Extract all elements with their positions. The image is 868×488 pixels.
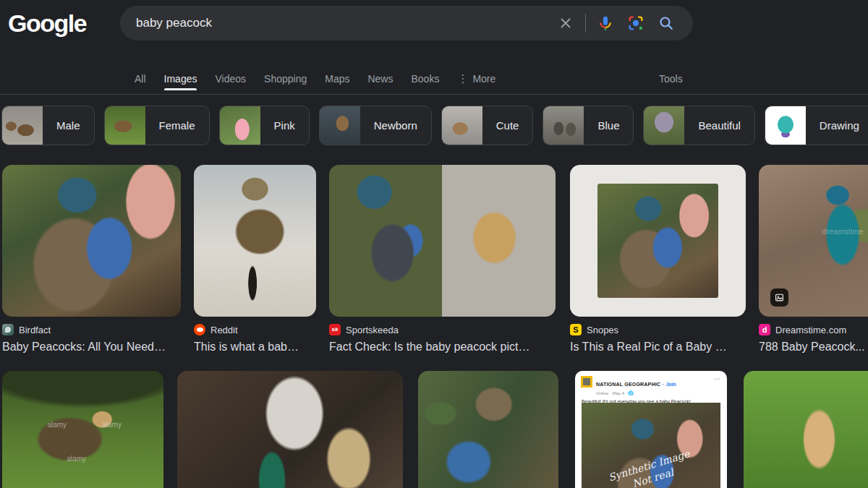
google-logo[interactable]: Google (8, 9, 86, 38)
lens-camera-icon[interactable] (621, 8, 651, 38)
result-card-sportskeeda: sk Sportskeeda Fact Check: Is the baby p… (329, 165, 556, 354)
result-image-reddit[interactable] (194, 165, 316, 317)
chip-male-thumbnail (2, 106, 43, 145)
result-card-birdfact: Birdfact Baby Peacocks: All You Need… (2, 165, 181, 354)
result-card-reddit: Reddit This is what a bab… (194, 165, 316, 354)
sportskeeda-favicon: sk (329, 324, 341, 335)
tab-all[interactable]: All (135, 64, 146, 94)
chip-blue-thumbnail (543, 106, 584, 145)
result-image-blue-chick[interactable] (418, 371, 558, 488)
tab-images[interactable]: Images (164, 64, 197, 94)
result-card-grass-chick (744, 371, 868, 488)
dreamstime-favicon: d (759, 324, 770, 335)
result-image-natgeo-post[interactable]: NATIONAL GEOGRAPHIC· Join Online · May 4… (575, 371, 727, 488)
result-image-dreamstime[interactable]: dreamstime (759, 165, 868, 317)
chip-female[interactable]: Female (104, 106, 210, 145)
search-bar-icons (550, 8, 693, 38)
natgeo-avatar (581, 376, 592, 388)
result-source[interactable]: S Snopes (570, 324, 746, 335)
result-title[interactable]: Is This a Real Pic of a Baby … (570, 341, 746, 354)
result-type-tabs: All Images Videos Shopping Maps News Boo… (135, 64, 495, 94)
chip-blue[interactable]: Blue (542, 106, 634, 145)
chip-beautiful[interactable]: Beautiful (643, 106, 754, 145)
result-card-alamy: alamy alamy alamy (2, 371, 163, 488)
tab-more[interactable]: ⋮ More (457, 64, 495, 94)
result-source[interactable]: d Dreamstime.com (759, 324, 868, 335)
chip-pink[interactable]: Pink (219, 106, 310, 145)
voice-search-icon[interactable] (590, 8, 621, 38)
chip-beautiful-thumbnail (644, 106, 684, 145)
birdfact-favicon (2, 324, 14, 335)
chip-cute[interactable]: Cute (441, 106, 534, 145)
search-icon[interactable] (651, 8, 681, 38)
tab-shopping[interactable]: Shopping (264, 64, 307, 94)
reddit-favicon (194, 324, 205, 335)
result-card-snopes: S Snopes Is This a Real Pic of a Baby … (570, 165, 746, 354)
result-source[interactable]: Birdfact (2, 324, 181, 335)
header-divider (0, 94, 868, 95)
chip-newborn[interactable]: Newborn (319, 106, 432, 145)
clear-icon[interactable] (550, 8, 581, 38)
search-input[interactable] (120, 6, 550, 40)
result-image-sportskeeda[interactable] (329, 165, 556, 317)
chip-drawing[interactable]: Drawing (765, 106, 868, 145)
result-image-grass-chick[interactable] (744, 371, 868, 488)
join-link[interactable]: · Join (663, 382, 676, 387)
post-more-icon[interactable]: ⋯ (714, 375, 720, 382)
facebook-post-header: NATIONAL GEOGRAPHIC· Join Online · May 4… (575, 371, 727, 397)
result-source[interactable]: sk Sportskeeda (329, 324, 556, 335)
alamy-watermark: alamy (47, 421, 67, 429)
result-card-dreamstime: dreamstime d Dreamstime.com 788 Baby Pea… (759, 165, 868, 354)
chip-cute-thumbnail (442, 106, 482, 145)
chip-female-thumbnail (105, 106, 145, 145)
dreamstime-watermark: dreamstime (822, 227, 863, 236)
synthetic-image-watermark: Synthetic Image Not real (581, 440, 721, 488)
search-bar[interactable] (120, 6, 693, 40)
tab-news[interactable]: News (367, 64, 393, 94)
tab-maps[interactable]: Maps (325, 64, 349, 94)
chip-newborn-thumbnail (320, 106, 360, 145)
snopes-favicon: S (570, 324, 582, 335)
result-title[interactable]: 788 Baby Peacock... (759, 341, 868, 354)
chip-male[interactable]: Male (1, 106, 95, 145)
search-divider (585, 14, 586, 33)
result-card-blue-chick (418, 371, 558, 488)
result-source[interactable]: Reddit (194, 324, 316, 335)
alamy-watermark: alamy (102, 421, 122, 429)
chip-pink-thumbnail (220, 106, 260, 145)
framed-photo (597, 184, 718, 298)
licensable-badge-icon[interactable] (770, 288, 788, 307)
chip-drawing-thumbnail (765, 106, 806, 145)
results-row-2: alamy alamy alamy NATIONAL GEOGRAPHIC· J… (2, 371, 868, 488)
result-title[interactable]: Baby Peacocks: All You Need… (2, 341, 181, 354)
tab-books[interactable]: Books (411, 64, 439, 94)
result-image-alamy[interactable]: alamy alamy alamy (2, 371, 163, 488)
result-card-natgeo-post: NATIONAL GEOGRAPHIC· Join Online · May 4… (575, 371, 727, 488)
alamy-watermark: alamy (67, 455, 86, 463)
related-filter-chips: Male Female Pink Newborn Cute Blue Beaut… (1, 106, 868, 145)
tools-button[interactable]: Tools (659, 64, 683, 94)
post-meta: Online · May 4 · 🌐 (596, 390, 676, 395)
result-title[interactable]: This is what a bab… (194, 341, 316, 354)
result-title[interactable]: Fact Check: Is the baby peacock pict… (329, 341, 556, 354)
tab-videos[interactable]: Videos (215, 64, 246, 94)
result-card-peahen-egg (177, 371, 403, 488)
post-photo: Synthetic Image Not real (582, 403, 720, 488)
result-image-birdfact[interactable] (2, 165, 181, 317)
result-image-snopes[interactable] (570, 165, 746, 317)
result-image-peahen-egg[interactable] (177, 371, 403, 488)
more-dots-icon: ⋮ (457, 72, 468, 85)
results-row-1: Birdfact Baby Peacocks: All You Need… Re… (2, 165, 868, 354)
